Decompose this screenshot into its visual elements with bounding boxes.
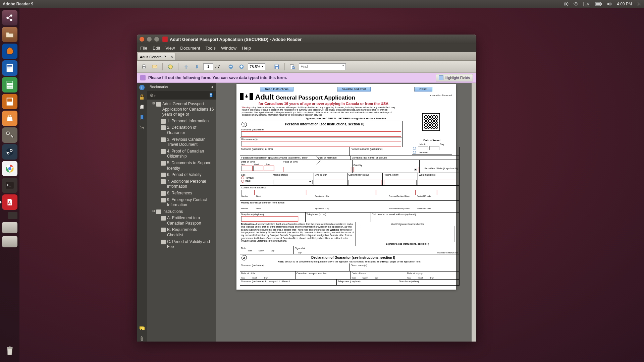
next-page-icon[interactable] [193,62,201,71]
trash-icon[interactable] [2,343,17,359]
collaborate-icon[interactable] [166,62,175,71]
bookmark-options-icon[interactable]: ⚙▼ [150,93,156,98]
dash-icon[interactable] [2,10,17,25]
info-icon[interactable]: i [139,85,145,90]
print-icon[interactable] [140,62,148,71]
impress-icon[interactable] [2,94,17,109]
menu-tools[interactable]: Tools [206,46,216,51]
bookmark-item[interactable]: 4. Proof of Canadian Citizenship [148,148,215,160]
bookmark-item[interactable]: 7. Additional Personal Information [148,178,215,190]
pages-icon[interactable] [139,104,145,110]
keyboard-lang[interactable]: En [583,2,590,6]
bookmark-item[interactable]: 5. Documents to Support Identity [148,160,215,172]
terminal-icon[interactable] [2,178,17,193]
wifi-icon[interactable] [573,2,579,6]
validate-print-button[interactable]: Validate and Print [337,87,371,92]
document-tab[interactable]: Adult General P... ✕ [138,53,175,60]
pob-field[interactable] [283,167,351,172]
battery-icon[interactable] [595,2,602,6]
collapse-panel-icon[interactable]: ◀ [211,85,213,88]
steam-icon[interactable] [2,144,17,160]
bookmark-item[interactable]: 2. Declaration of Guarantor [148,124,215,136]
hair-field[interactable] [348,180,381,185]
clock[interactable]: 4:09 PM [617,2,632,6]
height-field[interactable] [384,180,417,185]
eye-field[interactable] [315,180,346,185]
bookmark-item[interactable]: 6. Period of Validity [148,172,215,178]
mounted-drive-2[interactable] [2,236,17,247]
tel-day[interactable] [241,216,298,222]
prev-page-icon[interactable] [182,62,191,71]
maximize-icon[interactable] [154,37,159,42]
bookmark-item[interactable]: C. Period of Validity and Fee [148,239,215,250]
mounted-drive-1[interactable] [2,222,17,233]
form-icon [140,75,146,80]
bookmark-item[interactable]: 3. Previous Canadian Travel Document [148,136,215,148]
system-settings-icon[interactable] [2,127,17,143]
close-icon[interactable] [140,37,144,42]
adobe-reader-icon[interactable] [2,194,17,210]
page-number-input[interactable]: 1 [203,63,213,70]
scrollbar[interactable] [472,83,476,342]
menu-edit[interactable]: Edit [153,46,160,51]
addr-street[interactable] [256,190,306,195]
zoom-out-icon[interactable] [226,62,235,71]
bookmark-item[interactable]: A. Entitlement to a Canadian Passport [148,215,215,227]
zoom-in-icon[interactable] [237,62,246,71]
files-icon[interactable] [2,27,17,42]
given-names-field[interactable] [241,141,401,146]
window-titlebar[interactable]: Adult General Passport Application (SECU… [137,35,476,44]
gear-icon[interactable] [637,2,641,6]
menu-help[interactable]: Help [242,46,251,51]
signatures-icon[interactable] [139,124,145,130]
reset-button[interactable]: Reset [414,87,432,92]
read-instructions-button[interactable]: Read Instructions [260,87,293,92]
email-icon[interactable] [150,62,159,71]
workspace-switcher[interactable] [8,212,17,219]
software-center-icon[interactable] [2,111,17,126]
save-icon[interactable] [272,62,281,71]
surname-field[interactable] [241,131,401,137]
addr-prov[interactable] [389,190,416,195]
chrome-icon[interactable] [2,161,17,176]
search-icon[interactable] [288,62,297,71]
marital-select[interactable]: ▼ [273,180,313,184]
comments-icon[interactable] [139,325,145,331]
bookmarks-header: Bookmarks ◀ [147,83,216,91]
bookmark-item[interactable]: 1. Personal Information [148,118,215,125]
menu-window[interactable]: Window [221,46,236,51]
document-area[interactable]: Read Instructions Validate and Print Res… [216,83,476,342]
bookmarks-icon[interactable] [139,114,145,120]
adobe-reader-window: Adult General Passport Application (SECU… [137,35,476,342]
new-bookmark-icon[interactable] [209,93,213,98]
bookmark-item[interactable]: ⊟Instructions [148,208,215,215]
addr-zip[interactable] [417,190,437,195]
tab-close-icon[interactable]: ✕ [170,55,173,59]
signature-box[interactable] [361,226,454,242]
menu-file[interactable]: File [140,46,147,51]
country-select[interactable]: ▼ [354,167,418,172]
weight-field[interactable] [419,180,458,185]
calc-icon[interactable] [2,77,17,93]
dob-month[interactable] [253,166,263,171]
find-input[interactable]: Find▼ [299,63,346,70]
firefox-icon[interactable] [2,44,17,59]
bookmark-item[interactable]: 9. Emergency Contact Information [148,197,215,208]
minimize-icon[interactable] [147,37,152,42]
dob-year[interactable] [241,166,253,171]
bookmark-item[interactable]: ⊟Adult General Passport Application for … [148,101,215,118]
dob-day[interactable] [264,166,274,171]
bookmark-item[interactable]: B. Requirements Checklist [148,227,215,238]
writer-icon[interactable] [2,60,17,76]
chrome-indicator-icon[interactable] [564,2,569,6]
menu-view[interactable]: View [165,46,175,51]
menu-document[interactable]: Document [180,46,200,51]
volume-icon[interactable] [607,2,612,6]
zoom-select[interactable]: 78.5%▼ [248,63,265,70]
addr-city[interactable] [326,190,376,195]
lock-icon[interactable] [139,94,145,100]
attachments-icon[interactable] [139,336,145,342]
addr-number[interactable] [241,190,255,195]
bookmark-item[interactable]: 8. References [148,190,215,197]
highlight-fields-button[interactable]: Highlight Fields [436,74,473,81]
